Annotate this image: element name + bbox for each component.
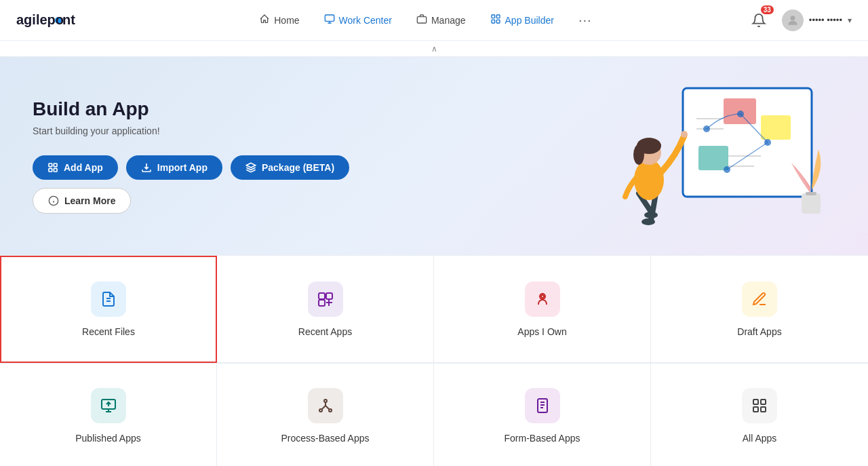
svg-rect-12 — [49, 168, 52, 172]
published-apps-icon-wrap — [91, 388, 126, 423]
add-app-label: Add App — [64, 162, 103, 173]
svg-rect-6 — [496, 15, 500, 18]
svg-text:nt: nt — [62, 12, 75, 27]
all-apps-icon — [751, 397, 768, 414]
svg-point-43 — [319, 409, 322, 412]
svg-rect-10 — [49, 163, 52, 167]
learn-more-button[interactable]: Learn More — [33, 188, 131, 214]
user-area[interactable]: ••••• ••••• ▾ — [782, 9, 852, 31]
nav-workcenter[interactable]: Work Center — [315, 9, 401, 31]
form-apps-icon — [534, 397, 551, 414]
process-apps-icon — [317, 397, 334, 414]
svg-rect-4 — [417, 16, 426, 22]
svg-point-30 — [633, 144, 644, 165]
svg-text:agilepo: agilepo — [16, 12, 64, 27]
svg-rect-47 — [761, 400, 766, 404]
collapse-handle[interactable]: ∧ — [0, 41, 868, 57]
hero-content: Build an App Start building your applica… — [33, 98, 372, 214]
apps-i-own-label: Apps I Own — [517, 326, 566, 337]
all-apps-icon-wrap — [742, 388, 777, 423]
user-chevron-icon: ▾ — [848, 16, 852, 25]
recent-apps-label: Recent Apps — [298, 326, 352, 337]
svg-point-32 — [644, 212, 658, 218]
svg-rect-11 — [54, 163, 57, 167]
svg-rect-48 — [753, 407, 758, 412]
svg-point-9 — [791, 16, 795, 20]
svg-rect-34 — [802, 193, 821, 214]
svg-point-27 — [634, 159, 664, 200]
svg-rect-37 — [326, 293, 332, 299]
form-apps-icon-wrap — [525, 388, 560, 423]
svg-point-42 — [324, 400, 327, 402]
grid-cell-all-apps[interactable]: All Apps — [651, 364, 868, 466]
grid-cell-process-apps[interactable]: Process-Based Apps — [217, 364, 434, 466]
process-apps-icon-wrap — [308, 388, 343, 423]
user-icon — [786, 14, 800, 27]
recent-files-icon-wrap — [91, 281, 126, 317]
nav-manage-label: Manage — [431, 15, 466, 26]
monitor-icon — [324, 14, 335, 27]
form-apps-label: Form-Based Apps — [504, 433, 580, 444]
svg-rect-46 — [753, 400, 758, 404]
grid-cell-form-apps[interactable]: Form-Based Apps — [434, 364, 651, 466]
hero-actions: Add App Import App Package (BETA) Learn … — [33, 155, 372, 214]
draft-apps-icon — [751, 291, 768, 307]
logo-svg: agilepo nt — [16, 9, 104, 32]
import-icon — [141, 162, 152, 173]
draft-apps-icon-wrap — [742, 281, 777, 317]
apps-i-own-icon-wrap — [525, 281, 560, 317]
hero-illustration — [618, 81, 835, 231]
svg-point-33 — [642, 218, 655, 225]
svg-point-40 — [541, 295, 544, 298]
nav-right: 33 ••••• ••••• ▾ — [747, 8, 852, 33]
nav-manage[interactable]: Manage — [407, 9, 475, 31]
appbuilder-icon — [490, 14, 501, 27]
process-apps-label: Process-Based Apps — [281, 433, 370, 444]
collapse-icon: ∧ — [431, 44, 437, 54]
avatar — [782, 9, 804, 31]
user-name: ••••• ••••• — [809, 15, 842, 25]
add-app-icon — [47, 162, 58, 173]
package-button[interactable]: Package (BETA) — [231, 155, 349, 180]
hero-title: Build an App — [33, 98, 372, 120]
svg-rect-3 — [325, 15, 334, 21]
draft-apps-label: Draft Apps — [737, 326, 781, 337]
logo[interactable]: agilepo nt — [16, 9, 104, 32]
svg-rect-35 — [806, 192, 816, 195]
hero-banner: Build an App Start building your applica… — [0, 57, 868, 255]
svg-rect-5 — [492, 15, 495, 18]
nav-home-label: Home — [274, 15, 299, 26]
navbar: agilepo nt Home Work Center Manage — [0, 0, 868, 41]
grid-cell-apps-i-own[interactable]: Apps I Own — [434, 256, 651, 363]
grid-cell-draft-apps[interactable]: Draft Apps — [651, 256, 868, 363]
nav-more[interactable]: ··· — [569, 8, 601, 32]
app-grid-row1: Recent Files Recent Apps Apps I Own Draf… — [0, 255, 868, 363]
learn-more-label: Learn More — [64, 195, 115, 206]
published-apps-icon — [100, 397, 117, 414]
add-app-button[interactable]: Add App — [33, 155, 118, 180]
recent-apps-icon — [317, 291, 334, 307]
svg-rect-22 — [698, 146, 728, 170]
learn-icon — [48, 195, 59, 206]
hero-subtitle: Start building your application! — [33, 125, 372, 136]
grid-cell-published-apps[interactable]: Published Apps — [0, 364, 217, 466]
recent-files-icon — [100, 291, 117, 307]
illustration-svg — [618, 81, 829, 231]
briefcase-icon — [416, 14, 427, 27]
svg-point-31 — [681, 131, 688, 138]
grid-cell-recent-apps[interactable]: Recent Apps — [217, 256, 434, 363]
import-app-button[interactable]: Import App — [126, 155, 222, 180]
recent-apps-icon-wrap — [308, 281, 343, 317]
svg-rect-36 — [319, 293, 325, 299]
app-grid-row2: Published Apps Process-Based Apps Form-B… — [0, 363, 868, 466]
notification-badge: 33 — [761, 5, 774, 14]
nav-home[interactable]: Home — [250, 9, 309, 31]
home-icon — [259, 14, 270, 27]
svg-rect-21 — [761, 115, 791, 140]
grid-cell-recent-files[interactable]: Recent Files — [0, 256, 217, 363]
nav-workcenter-label: Work Center — [339, 15, 392, 26]
svg-rect-7 — [492, 20, 495, 23]
notification-button[interactable]: 33 — [747, 8, 771, 33]
svg-rect-49 — [761, 407, 766, 412]
nav-appbuilder[interactable]: App Builder — [481, 9, 564, 31]
